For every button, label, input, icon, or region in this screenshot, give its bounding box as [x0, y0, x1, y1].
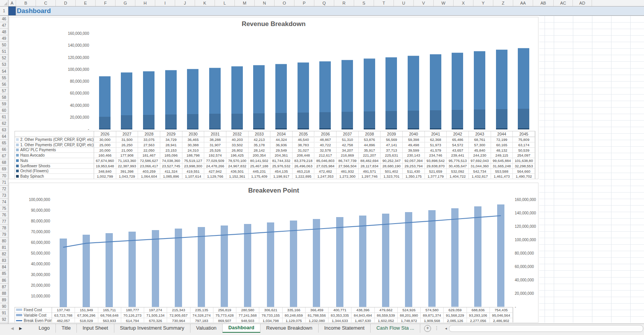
row-header-49[interactable]: 49 — [0, 35, 8, 42]
breakeven-chart-panel[interactable]: Breakeven Point 100,000,00090,000,00080,… — [9, 183, 538, 323]
row-header-79[interactable]: 79 — [0, 231, 8, 238]
row-1-band[interactable]: Dashboard — [8, 7, 644, 16]
row-header-48[interactable]: 48 — [0, 29, 8, 35]
revenue-chart-panel[interactable]: Revenue Breakdown 160,000,000140,000,000… — [9, 17, 538, 179]
row-header-90[interactable]: 90 — [0, 303, 8, 310]
tab-input-sheet[interactable]: Input Sheet — [77, 324, 114, 333]
row-header-72[interactable]: 72 — [0, 186, 8, 192]
row-header-91[interactable]: 91 — [0, 310, 8, 316]
column-header-s[interactable]: S — [354, 0, 374, 6]
select-all-button[interactable] — [0, 0, 8, 7]
empty-grid-cells-region[interactable] — [539, 16, 644, 323]
row-header-60[interactable]: 60 — [0, 107, 8, 114]
tab-income-statement[interactable]: Income Statement — [319, 324, 371, 333]
scrollbar-left-arrow-icon[interactable]: ◂ — [443, 326, 449, 330]
column-header-w[interactable]: W — [434, 0, 454, 6]
row-header-64[interactable]: 64 — [0, 133, 8, 140]
row-header-63[interactable]: 63 — [0, 127, 8, 133]
row-header-52[interactable]: 52 — [0, 55, 8, 61]
row-header-66[interactable]: 66 — [0, 146, 8, 153]
horizontal-scrollbar[interactable]: ◂ — [443, 325, 643, 332]
column-header-r[interactable]: R — [334, 0, 354, 6]
row-header-89[interactable]: 89 — [0, 297, 8, 303]
tab-startup-investment-summary[interactable]: Startup Investment Summary — [114, 324, 190, 333]
column-header-e[interactable]: E — [76, 0, 96, 6]
column-header-aa[interactable]: AA — [513, 0, 533, 6]
row-header-86[interactable]: 86 — [0, 277, 8, 284]
column-header-g[interactable]: G — [115, 0, 135, 6]
row-header-62[interactable]: 62 — [0, 120, 8, 127]
row-header-77[interactable]: 77 — [0, 218, 8, 225]
row-header-85[interactable]: 85 — [0, 270, 8, 277]
row-header-65[interactable]: 65 — [0, 140, 8, 146]
row-header-55[interactable]: 55 — [0, 75, 8, 81]
row-header-51[interactable]: 51 — [0, 48, 8, 55]
row-header-1[interactable]: 1 — [0, 7, 8, 16]
row-header-58[interactable]: 58 — [0, 94, 8, 101]
column-header-i[interactable]: I — [155, 0, 175, 6]
row-header-75[interactable]: 75 — [0, 205, 8, 212]
column-header-m[interactable]: M — [235, 0, 255, 6]
row-header-54[interactable]: 54 — [0, 68, 8, 75]
column-header-ac[interactable]: AC — [554, 0, 573, 6]
column-header-v[interactable]: V — [414, 0, 434, 6]
row-header-88[interactable]: 88 — [0, 290, 8, 297]
row-header-68[interactable]: 68 — [0, 159, 8, 166]
row-header-84[interactable]: 84 — [0, 264, 8, 270]
column-header-c[interactable]: C — [36, 0, 56, 6]
row-header-71[interactable]: 71 — [0, 179, 8, 186]
column-header-ad[interactable]: AD — [573, 0, 592, 6]
tab-title[interactable]: Title — [56, 324, 77, 333]
row-header-47[interactable]: 47 — [0, 22, 8, 29]
row-header-69[interactable]: 69 — [0, 166, 8, 172]
column-header-n[interactable]: N — [255, 0, 275, 6]
column-header-z[interactable]: Z — [493, 0, 513, 6]
row-header-81[interactable]: 81 — [0, 244, 8, 251]
sheet-nav-previous-icon[interactable]: ◀ — [11, 326, 14, 330]
column-header-p[interactable]: P — [294, 0, 314, 6]
column-header-ab[interactable]: AB — [533, 0, 554, 6]
row-header-57[interactable]: 57 — [0, 88, 8, 94]
column-header-d[interactable]: D — [56, 0, 76, 6]
row-header-73[interactable]: 73 — [0, 192, 8, 199]
row-header-70[interactable]: 70 — [0, 173, 8, 179]
column-header-x[interactable]: X — [454, 0, 473, 6]
sheet-nav-next-icon[interactable]: ▶ — [19, 326, 22, 330]
row-header-80[interactable]: 80 — [0, 238, 8, 244]
column-header-l[interactable]: L — [215, 0, 235, 6]
column-header-t[interactable]: T — [374, 0, 394, 6]
column-header-j[interactable]: J — [175, 0, 195, 6]
tab-logo[interactable]: Logo — [33, 324, 56, 333]
row-header-87[interactable]: 87 — [0, 284, 8, 290]
column-header-f[interactable]: F — [96, 0, 115, 6]
tab-valuation[interactable]: Valuation — [190, 324, 223, 333]
row-header-92[interactable]: 92 — [0, 316, 8, 323]
column-header-o[interactable]: O — [275, 0, 294, 6]
tab-cash-flow-sta[interactable]: Cash Flow Sta ... — [371, 324, 420, 333]
column-header-u[interactable]: U — [394, 0, 414, 6]
column-header-k[interactable]: K — [195, 0, 215, 6]
tab-dashboard[interactable]: Dashboard — [223, 324, 260, 333]
new-sheet-icon[interactable]: + — [424, 325, 431, 332]
column-header-y[interactable]: Y — [473, 0, 493, 6]
scrollbar-thumb[interactable] — [449, 325, 643, 332]
row-header-50[interactable]: 50 — [0, 42, 8, 48]
cell-a1[interactable] — [8, 7, 16, 15]
row-header-83[interactable]: 83 — [0, 257, 8, 264]
column-header-h[interactable]: H — [135, 0, 155, 6]
column-header-q[interactable]: Q — [314, 0, 334, 6]
column-header-b[interactable]: B — [16, 0, 36, 6]
row-header-67[interactable]: 67 — [0, 153, 8, 159]
row-header-46[interactable]: 46 — [0, 16, 8, 22]
column-header-a[interactable]: A — [8, 0, 16, 6]
row-header-74[interactable]: 74 — [0, 199, 8, 205]
row-header-61[interactable]: 61 — [0, 114, 8, 120]
row-header-53[interactable]: 53 — [0, 61, 8, 68]
row-header-59[interactable]: 59 — [0, 101, 8, 107]
tab-overflow-icon[interactable]: ⋮ — [434, 324, 439, 333]
row-header-76[interactable]: 76 — [0, 212, 8, 218]
row-header-78[interactable]: 78 — [0, 225, 8, 231]
row-header-82[interactable]: 82 — [0, 251, 8, 257]
row-header-56[interactable]: 56 — [0, 81, 8, 88]
tab-revenue-breakdown[interactable]: Revenue Breakdown — [260, 324, 319, 333]
